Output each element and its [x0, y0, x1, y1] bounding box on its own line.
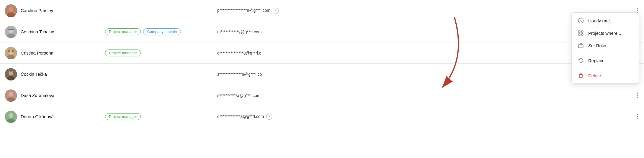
user-name: Caroline Parsley: [21, 8, 53, 13]
actions-cell: $ Hourly rate... Projects wher: [627, 6, 639, 14]
table-row: Cristina Personal Project manager c*****…: [0, 42, 644, 64]
menu-item-hourly-rate[interactable]: $ Hourly rate...: [572, 14, 639, 27]
roles-cell: Project manager Company captain: [105, 28, 217, 35]
menu-item-projects-where[interactable]: Projects where...: [572, 27, 639, 39]
menu-item-set-roles[interactable]: Set Roles: [572, 39, 639, 52]
menu-item-delete[interactable]: Delete: [572, 69, 639, 82]
svg-rect-5: [578, 31, 580, 32]
role-badge: Project manager: [105, 113, 141, 120]
users-table: Caroline Parsley p*****************n@g**…: [0, 0, 644, 127]
email-text: p*****************n@g***l.com: [217, 8, 270, 12]
menu-item-hourly-rate-label: Hourly rate...: [588, 18, 614, 23]
svg-text:$: $: [580, 19, 582, 23]
role-badge-company-captain: Company captain: [143, 28, 181, 35]
menu-divider-2: [572, 68, 639, 68]
email-cell: c***************8@g***l.c: [217, 51, 627, 55]
svg-rect-15: [8, 29, 14, 30]
user-name: Cristina Personal: [21, 50, 54, 55]
trash-icon: [578, 72, 584, 79]
table-row: Čočkin Tečka s**************n@g***l.co: [0, 64, 644, 85]
email-cell: s***********a@g***l.com: [217, 93, 627, 98]
svg-rect-7: [578, 34, 580, 35]
more-options-button[interactable]: [636, 91, 639, 99]
briefcase-icon: [578, 42, 584, 49]
more-options-button[interactable]: [636, 113, 639, 121]
avatar: [5, 68, 17, 80]
roles-cell: Project manager: [105, 113, 217, 120]
menu-item-delete-label: Delete: [588, 73, 601, 78]
name-cell: Cosmina Tcaciuc: [5, 26, 105, 38]
email-text: s***********a@g***l.com: [217, 93, 261, 98]
email-cell: m***********y@g***l.com: [217, 29, 627, 34]
actions-cell: [627, 91, 639, 99]
avatar: [5, 89, 17, 102]
menu-item-set-roles-label: Set Roles: [588, 43, 607, 48]
avatar: [5, 47, 17, 59]
svg-rect-11: [579, 75, 582, 78]
name-cell: Caroline Parsley: [5, 4, 105, 17]
email-verified-icon[interactable]: ✕: [273, 8, 279, 14]
name-cell: Dorota Cikánová: [5, 111, 105, 123]
roles-cell: Project manager: [105, 50, 217, 56]
email-cell: d*************a@g***l.com ✕: [217, 114, 627, 120]
menu-divider: [572, 53, 639, 53]
menu-item-replace-label: Replace: [588, 58, 604, 63]
table-row: Cosmina Tcaciuc Project manager Company …: [0, 21, 644, 42]
table-row: Caroline Parsley p*****************n@g**…: [0, 0, 644, 21]
email-text: s**************n@g***l.co: [217, 72, 262, 77]
menu-item-projects-where-label: Projects where...: [588, 31, 621, 36]
svg-point-1: [9, 7, 13, 12]
user-name: Dorota Cikánová: [21, 114, 54, 119]
email-cell: s**************n@g***l.co: [217, 72, 627, 77]
email-verified-icon[interactable]: ✕: [266, 114, 272, 120]
svg-rect-6: [581, 31, 583, 32]
user-name: Cosmina Tcaciuc: [21, 29, 54, 34]
name-cell: Čočkin Tečka: [5, 68, 105, 80]
email-text: d*************a@g***l.com: [217, 114, 264, 119]
email-cell: p*****************n@g***l.com ✕: [217, 8, 627, 14]
avatar: [5, 26, 17, 38]
avatar: [5, 111, 17, 123]
table-row: Dáša Zdráhalová s***********a@g***l.com: [0, 85, 644, 106]
replace-icon: [578, 57, 584, 64]
svg-rect-8: [581, 34, 583, 35]
grid-icon: [578, 30, 584, 36]
email-text: m***********y@g***l.com: [217, 29, 261, 34]
svg-point-26: [9, 92, 13, 97]
user-name: Dáša Zdráhalová: [21, 93, 54, 98]
avatar: [5, 4, 17, 17]
user-name: Čočkin Tečka: [21, 72, 47, 77]
role-badge: Project manager: [105, 50, 141, 56]
email-text: c***************8@g***l.c: [217, 51, 261, 55]
context-menu: $ Hourly rate... Projects wher: [571, 12, 639, 84]
name-cell: Cristina Personal: [5, 47, 105, 59]
role-badge-project-manager: Project manager: [105, 28, 141, 35]
dollar-circle-icon: $: [578, 17, 584, 24]
table-row: Dorota Cikánová Project manager d*******…: [0, 106, 644, 127]
actions-cell: [627, 113, 639, 121]
menu-item-replace[interactable]: Replace: [572, 54, 639, 67]
name-cell: Dáša Zdráhalová: [5, 89, 105, 102]
svg-point-29: [9, 113, 13, 118]
